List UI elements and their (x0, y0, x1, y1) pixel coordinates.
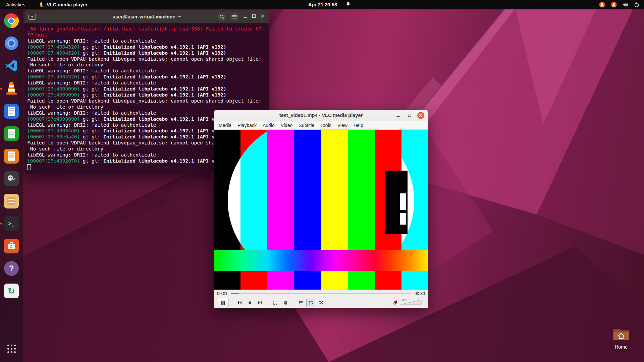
menu-tools[interactable]: Tools (317, 122, 334, 129)
minimize-button[interactable] (243, 14, 248, 20)
close-button[interactable] (260, 14, 265, 20)
dock-libreoffice-calc[interactable] (3, 125, 20, 142)
dock-vlc[interactable] (3, 80, 20, 98)
files-icon (4, 194, 19, 208)
seek-slider[interactable] (231, 293, 411, 294)
dock-libreoffice-impress[interactable] (3, 147, 20, 165)
search-icon[interactable] (217, 12, 226, 21)
menu-view[interactable]: View (334, 122, 351, 129)
maximize-button[interactable] (252, 14, 256, 20)
menu-playback[interactable]: Playback (234, 122, 260, 129)
menu-audio[interactable]: Audio (260, 122, 278, 129)
focused-app-indicator[interactable]: VLC media player (39, 2, 88, 8)
vscode-icon (4, 59, 18, 74)
vlc-icon (4, 81, 19, 97)
clock[interactable]: Apr 21 20:58 (308, 2, 337, 7)
close-button[interactable] (417, 112, 424, 119)
control-bar: 0% (214, 298, 428, 308)
dock-vscode[interactable] (3, 58, 20, 75)
home-folder-label: Home (603, 344, 639, 350)
dock: >_ A ? ↻ (0, 9, 23, 362)
time-elapsed: 00:01 (217, 291, 227, 296)
dock-terminal[interactable]: >_ (3, 215, 20, 232)
maximize-button[interactable] (406, 112, 413, 119)
terminal-icon: >_ (4, 216, 19, 231)
vlc-window: test_video1.mp4 - VLC media player Media… (214, 110, 428, 308)
home-folder[interactable]: Home (603, 327, 639, 350)
clock-area[interactable]: Apr 21 20:58 (308, 2, 351, 8)
gimp-icon (4, 171, 19, 186)
new-tab-icon[interactable]: + (29, 14, 36, 20)
random-button[interactable] (316, 299, 325, 307)
seek-fill (231, 293, 239, 294)
vlc-cone-icon (39, 2, 44, 8)
playlist-button[interactable] (296, 299, 305, 307)
vlc-titlebar[interactable]: test_video1.mp4 - VLC media player (214, 110, 428, 121)
video-rainbow (214, 250, 428, 271)
show-applications-icon (7, 345, 16, 353)
dock-chrome[interactable] (3, 13, 20, 30)
volume-percent: 0% (402, 298, 407, 302)
menu-icon[interactable] (230, 12, 239, 21)
dock-ubuntu-software[interactable]: A (3, 237, 20, 255)
show-applications-button[interactable] (3, 340, 20, 357)
dock-files[interactable] (3, 192, 20, 210)
dock-libreoffice-writer[interactable] (3, 103, 20, 120)
pause-button[interactable] (217, 298, 229, 307)
video-test-box (385, 171, 408, 234)
user-indicator-icon (599, 2, 605, 8)
fullscreen-button[interactable] (271, 299, 280, 307)
loop-button[interactable] (306, 299, 315, 307)
software-updater-icon: ↻ (4, 284, 19, 298)
video-area[interactable] (214, 130, 428, 290)
menu-subtitle[interactable]: Subtitle (296, 122, 317, 129)
activities-button[interactable]: Activities (0, 0, 31, 9)
volume-area: 0% (393, 298, 425, 308)
vlc-menubar: MediaPlaybackAudioVideoSubtitleToolsView… (214, 121, 428, 130)
running-indicator (0, 223, 2, 225)
terminal-titlebar[interactable]: + user@user-virtual-machine: ~ (24, 10, 269, 23)
svg-text:A: A (10, 245, 13, 249)
top-bar: Activities VLC media player Apr 21 20:58 (0, 0, 644, 9)
stop-button[interactable] (245, 299, 254, 307)
power-icon (634, 2, 639, 7)
focused-app-name: VLC media player (47, 2, 88, 7)
chrome-icon (4, 13, 19, 29)
next-button[interactable] (255, 299, 264, 307)
previous-button[interactable] (235, 299, 244, 307)
dock-help[interactable]: ? (3, 260, 20, 277)
user-indicator-icon (611, 2, 617, 8)
muted-speaker-icon[interactable] (393, 299, 399, 306)
libreoffice-impress-icon (4, 149, 19, 164)
dock-chromium[interactable] (3, 35, 20, 53)
help-icon: ? (4, 261, 19, 276)
menu-media[interactable]: Media (216, 122, 234, 129)
libreoffice-writer-icon (4, 104, 19, 119)
running-indicator (0, 88, 2, 90)
home-folder-icon (612, 327, 630, 342)
system-tray[interactable] (599, 2, 644, 8)
minimize-button[interactable] (394, 112, 401, 119)
volume-icon (623, 2, 628, 7)
chromium-icon (4, 36, 19, 52)
menu-help[interactable]: Help (351, 122, 366, 129)
ubuntu-software-icon: A (4, 239, 19, 253)
menu-video[interactable]: Video (278, 122, 296, 129)
extended-settings-button[interactable] (281, 299, 290, 307)
dock-software-updater[interactable]: ↻ (3, 282, 20, 300)
dock-gimp[interactable] (3, 170, 20, 187)
seek-row: 00:01 00:30 (214, 290, 428, 298)
notification-bell-icon (346, 2, 351, 8)
time-duration: 00:30 (415, 291, 425, 296)
libreoffice-calc-icon (4, 126, 19, 141)
